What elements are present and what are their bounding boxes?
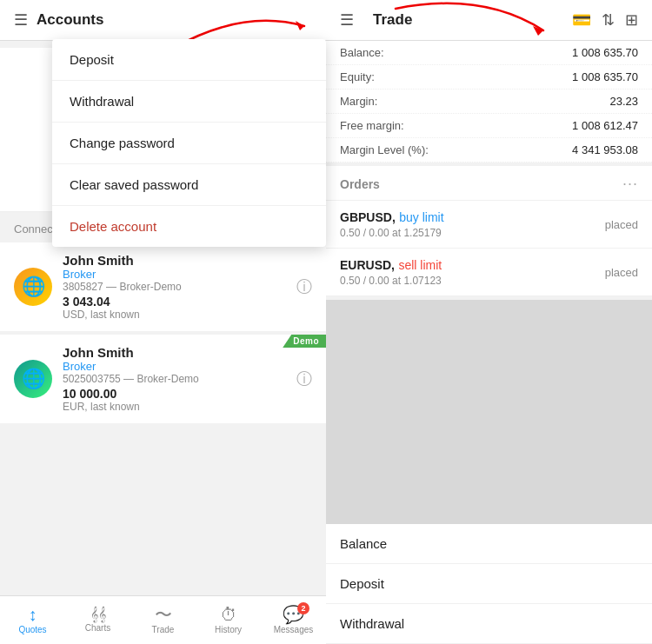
charts-label: Charts <box>85 623 110 633</box>
order-gbpusd-details: 0.50 / 0.00 at 1.25179 <box>340 227 444 239</box>
history-icon: ⏱ <box>220 606 237 623</box>
order-eurusd-status: placed <box>605 266 638 279</box>
margin-row: Margin: 23.23 <box>326 90 652 114</box>
sub-account-1-name: John Smith <box>63 253 286 268</box>
card-icon[interactable]: 💳 <box>572 10 591 30</box>
messages-icon: 💬 2 <box>283 606 304 623</box>
menu-icon[interactable]: ☰ <box>14 10 28 30</box>
balance-row: Balance: 1 008 635.70 <box>326 41 652 65</box>
orders-more-icon[interactable]: ··· <box>622 175 638 193</box>
sub-account-2[interactable]: 🌐 John Smith Broker 5025003755 — Broker-… <box>0 335 326 423</box>
order-eurusd-pair: EURUSD, sell limit <box>340 257 442 273</box>
bottom-balance[interactable]: Balance <box>326 524 652 564</box>
add-icon[interactable]: ⊞ <box>625 10 638 30</box>
orders-section: Orders ··· GBPUSD, buy limit 0.50 / 0.00… <box>326 166 652 296</box>
order-eurusd-type: sell limit <box>398 258 442 272</box>
orders-title: Orders <box>340 177 380 191</box>
order-gbpusd-pair: GBPUSD, buy limit <box>340 209 444 225</box>
dropdown-clear-saved-password[interactable]: Clear saved password <box>52 164 326 206</box>
margin-level-label: Margin Level (%): <box>340 143 429 156</box>
orders-header: Orders ··· <box>326 166 652 201</box>
nav-history[interactable]: ⏱ History <box>196 596 261 644</box>
messages-badge: 2 <box>297 602 309 614</box>
order-eurusd-details: 0.50 / 0.00 at 1.07123 <box>340 275 442 287</box>
trade-menu-icon[interactable]: ☰ <box>340 10 354 30</box>
balance-value: 1 008 635.70 <box>572 46 638 59</box>
accounts-title: Accounts <box>37 11 103 29</box>
nav-trade[interactable]: 〜 Trade <box>130 596 196 644</box>
sub-account-1[interactable]: 🌐 John Smith Broker 3805827 — Broker-Dem… <box>0 242 326 331</box>
nav-quotes[interactable]: ↕ Quotes <box>0 596 65 644</box>
balance-label: Balance: <box>340 46 384 59</box>
transfer-icon[interactable]: ⇅ <box>602 10 615 30</box>
order-gbpusd-type: buy limit <box>399 210 443 224</box>
charts-icon: 𝄞𝄞 <box>90 607 106 621</box>
sub-account-2-balance: 10 000.00 <box>63 387 286 401</box>
trade-icon: 〜 <box>155 606 172 623</box>
trade-info: Balance: 1 008 635.70 Equity: 1 008 635.… <box>326 41 652 163</box>
quotes-label: Quotes <box>18 625 46 634</box>
bottom-withdrawal[interactable]: Withdrawal <box>326 604 652 644</box>
free-margin-label: Free margin: <box>340 119 404 132</box>
trade-header: ☰ Trade 💳 ⇅ ⊞ <box>326 0 652 41</box>
empty-area <box>326 300 652 524</box>
sub-account-1-id: 3805827 — Broker-Demo <box>63 281 286 293</box>
history-label: History <box>215 625 242 634</box>
margin-level-row: Margin Level (%): 4 341 953.08 <box>326 138 652 163</box>
trade-title: Trade <box>373 11 562 29</box>
sub-account-2-info: John Smith Broker 5025003755 — Broker-De… <box>63 345 286 413</box>
free-margin-row: Free margin: 1 008 612.47 <box>326 114 652 138</box>
order-gbpusd-info: GBPUSD, buy limit 0.50 / 0.00 at 1.25179 <box>340 209 444 239</box>
sub-account-2-broker: Broker <box>63 360 286 373</box>
accounts-header: ☰ Accounts <box>0 0 326 41</box>
margin-value: 23.23 <box>609 95 638 108</box>
order-eurusd-symbol: EURUSD, <box>340 258 395 272</box>
sub-account-1-info: John Smith Broker 3805827 — Broker-Demo … <box>63 253 286 321</box>
bottom-nav: ↕ Quotes 𝄞𝄞 Charts 〜 Trade ⏱ History 💬 2… <box>0 595 326 644</box>
quotes-icon: ↕ <box>29 606 37 623</box>
dropdown-withdrawal[interactable]: Withdrawal <box>52 81 326 123</box>
equity-row: Equity: 1 008 635.70 <box>326 65 652 90</box>
margin-level-value: 4 341 953.08 <box>572 143 638 156</box>
sub-account-2-avatar: 🌐 <box>14 360 52 398</box>
order-eurusd[interactable]: EURUSD, sell limit 0.50 / 0.00 at 1.0712… <box>326 249 652 296</box>
dropdown-menu: Deposit Withdrawal Change password Clear… <box>52 39 326 247</box>
trade-label: Trade <box>152 625 175 634</box>
sub-account-1-avatar: 🌐 <box>14 268 52 306</box>
demo-badge: Demo <box>283 335 326 348</box>
dropdown-delete-account[interactable]: Delete account <box>52 206 326 247</box>
left-panel: ☰ Accounts Deposit Withdrawal Change pas… <box>0 0 326 644</box>
bottom-list: Balance Deposit Withdrawal <box>326 524 652 644</box>
order-eurusd-info: EURUSD, sell limit 0.50 / 0.00 at 1.0712… <box>340 257 442 287</box>
nav-charts[interactable]: 𝄞𝄞 Charts <box>65 596 130 644</box>
sub-account-2-name: John Smith <box>63 345 286 360</box>
free-margin-value: 1 008 612.47 <box>572 119 638 132</box>
dropdown-deposit[interactable]: Deposit <box>52 39 326 81</box>
equity-value: 1 008 635.70 <box>572 70 638 83</box>
info-icon-2[interactable]: ⓘ <box>296 368 312 389</box>
nav-messages[interactable]: 💬 2 Messages <box>261 596 326 644</box>
sub-account-1-broker: Broker <box>63 268 286 281</box>
equity-label: Equity: <box>340 70 375 83</box>
messages-label: Messages <box>274 625 314 634</box>
margin-label: Margin: <box>340 95 377 108</box>
sub-account-2-currency: EUR, last known <box>63 401 286 413</box>
sub-account-1-currency: USD, last known <box>63 309 286 321</box>
order-gbpusd-symbol: GBPUSD, <box>340 210 396 224</box>
dropdown-change-password[interactable]: Change password <box>52 123 326 164</box>
right-panel: ☰ Trade 💳 ⇅ ⊞ Balance: 1 008 635.70 Equi… <box>326 0 652 644</box>
bottom-deposit[interactable]: Deposit <box>326 564 652 604</box>
sub-account-2-id: 5025003755 — Broker-Demo <box>63 373 286 385</box>
sub-account-1-balance: 3 043.04 <box>63 295 286 309</box>
info-icon-1[interactable]: ⓘ <box>296 276 312 297</box>
order-gbpusd[interactable]: GBPUSD, buy limit 0.50 / 0.00 at 1.25179… <box>326 201 652 249</box>
order-gbpusd-status: placed <box>605 218 638 231</box>
